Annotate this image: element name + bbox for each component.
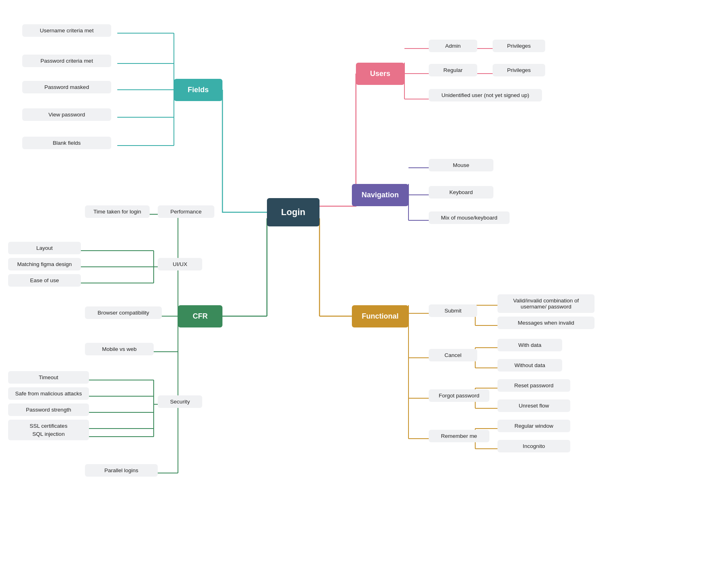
leaf-incognito: Incognito <box>497 440 570 452</box>
leaf-uiux: UI/UX <box>158 258 202 270</box>
mindmap-canvas: Login Fields Username criteria met Passw… <box>0 0 728 566</box>
leaf-mouse: Mouse <box>429 159 493 171</box>
leaf-remember-me: Remember me <box>429 430 489 442</box>
leaf-password-criteria: Password criteria met <box>22 55 111 67</box>
functional-label: Functional <box>362 312 399 321</box>
fields-node: Fields <box>174 79 222 101</box>
leaf-blank-fields: Blank fields <box>22 137 111 149</box>
leaf-unreset-flow: Unreset flow <box>497 399 570 412</box>
leaf-sql: SQL injection <box>8 428 89 440</box>
leaf-browser-compat: Browser compatibility <box>85 306 162 319</box>
cfr-label: CFR <box>193 312 208 321</box>
leaf-mobile-web: Mobile vs web <box>85 343 154 355</box>
functional-node: Functional <box>352 305 408 327</box>
leaf-without-data: Without data <box>497 359 562 372</box>
navigation-label: Navigation <box>362 191 399 199</box>
cfr-node: CFR <box>178 305 222 327</box>
leaf-regular-window: Regular window <box>497 420 570 432</box>
leaf-regular: Regular <box>429 64 477 76</box>
users-node: Users <box>356 63 404 85</box>
leaf-security: Security <box>158 395 202 408</box>
leaf-reset-password: Reset password <box>497 379 570 392</box>
leaf-with-data: With data <box>497 339 562 351</box>
leaf-username-criteria: Username criteria met <box>22 24 111 37</box>
leaf-admin: Admin <box>429 40 477 52</box>
leaf-view-password: View password <box>22 108 111 121</box>
fields-label: Fields <box>188 86 209 94</box>
users-label: Users <box>370 70 390 78</box>
leaf-messages-when-invalid: Messages when invalid <box>497 317 595 329</box>
leaf-timeout: Timeout <box>8 371 89 384</box>
leaf-layout: Layout <box>8 242 81 254</box>
leaf-mix: Mix of mouse/keyboard <box>429 211 510 224</box>
leaf-submit: Submit <box>429 304 477 317</box>
leaf-safe-malicious: Safe from malicious attacks <box>8 387 89 400</box>
leaf-performance: Performance <box>158 205 214 218</box>
leaf-keyboard: Keyboard <box>429 186 493 199</box>
center-login-label: Login <box>281 207 305 218</box>
leaf-figma: Matching figma design <box>8 258 81 270</box>
leaf-password-masked: Password masked <box>22 81 111 93</box>
navigation-node: Navigation <box>352 184 408 206</box>
leaf-admin-privileges: Privileges <box>493 40 545 52</box>
leaf-regular-privileges: Privileges <box>493 64 545 76</box>
center-login-node: Login <box>267 198 320 226</box>
leaf-parallel-logins: Parallel logins <box>85 464 158 477</box>
leaf-valid-invalid: Valid/invalid combination of username/ p… <box>497 294 595 313</box>
leaf-time-taken: Time taken for login <box>85 205 150 218</box>
leaf-unidentified: Unidentified user (not yet signed up) <box>429 89 542 101</box>
leaf-forgot-password: Forgot password <box>429 389 489 402</box>
leaf-cancel: Cancel <box>429 349 477 361</box>
leaf-password-strength: Password strength <box>8 403 89 416</box>
leaf-ease-of-use: Ease of use <box>8 274 81 287</box>
